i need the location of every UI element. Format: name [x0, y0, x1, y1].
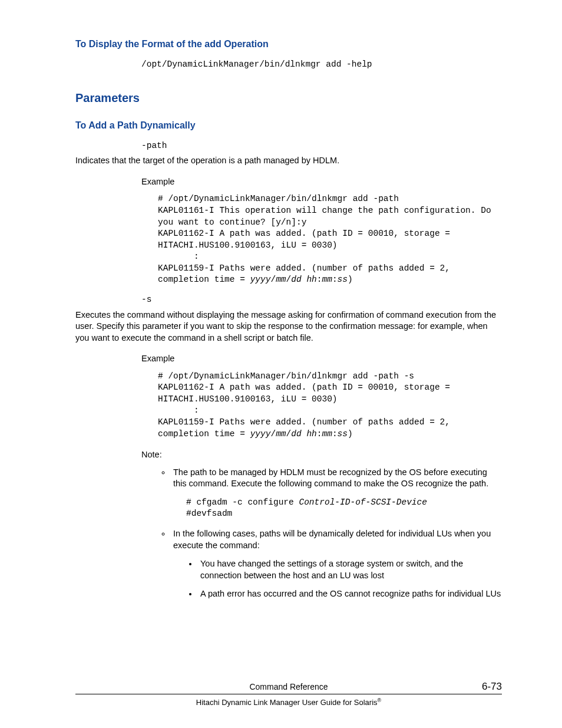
ex2-sep1: /: [270, 429, 276, 439]
ex1-mm1: mm: [276, 275, 286, 284]
note1-code-a: # cfgadm -c configure: [186, 498, 299, 507]
note-item-1: The path to be managed by HDLM must be r…: [171, 467, 502, 520]
note-list: The path to be managed by HDLM must be r…: [158, 467, 502, 600]
ex2-line3: :: [158, 406, 199, 415]
ex1-line4: :: [158, 252, 199, 261]
ex2-yyyy: yyyy: [250, 429, 271, 439]
term-s: -s: [141, 294, 502, 306]
footer-guide-title: Hitachi Dynamic Link Manager User Guide …: [75, 697, 502, 708]
footer-guide-text: Hitachi Dynamic Link Manager User Guide …: [196, 698, 378, 707]
ex2-end: ): [348, 429, 353, 439]
note-label: Note:: [141, 449, 502, 461]
note-1-code: # cfgadm -c configure Control-ID-of-SCSI…: [186, 497, 502, 520]
ex2-ss: ss: [338, 429, 348, 439]
heading-parameters: Parameters: [75, 90, 502, 106]
note-2-sub-1: You have changed the settings of a stora…: [198, 558, 502, 581]
ex2-hh: hh: [306, 429, 316, 439]
ex1-line1: # /opt/DynamicLinkManager/bin/dlnkmgr ad…: [158, 194, 399, 203]
ex2-line2: KAPL01162-I A path was added. (path ID =…: [158, 383, 455, 404]
example-2-code: # /opt/DynamicLinkManager/bin/dlnkmgr ad…: [158, 371, 502, 440]
note-2-sub-2: A path error has occurred and the OS can…: [198, 588, 502, 600]
ex1-dd: dd: [291, 275, 301, 284]
code-help-command: /opt/DynamicLinkManager/bin/dlnkmgr add …: [141, 59, 502, 71]
heading-format: To Display the Format of the add Operati…: [75, 38, 502, 51]
page-number: 6-73: [482, 680, 502, 694]
note-2-text: In the following cases, paths will be dy…: [173, 529, 491, 550]
ex2-mm1: mm: [276, 429, 286, 439]
note1-code-b: Control-ID-of-SCSI-Device: [299, 498, 427, 507]
desc-path: Indicates that the target of the operati…: [75, 155, 502, 167]
note1-code-c: #devfsadm: [186, 509, 232, 518]
note-1-text: The path to be managed by HDLM must be r…: [173, 467, 488, 489]
page: To Display the Format of the add Operati…: [0, 0, 562, 728]
footer-section-title: Command Reference: [75, 681, 502, 693]
ex2-line1: # /opt/DynamicLinkManager/bin/dlnkmgr ad…: [158, 371, 414, 381]
example-1-code: # /opt/DynamicLinkManager/bin/dlnkmgr ad…: [158, 193, 502, 286]
ex1-sep2: /: [286, 275, 292, 284]
note-item-2: In the following cases, paths will be dy…: [171, 528, 502, 600]
ex1-hh: hh: [306, 275, 316, 284]
ex1-sep4: :: [332, 275, 338, 284]
ex1-line2: KAPL01161-I This operation will change t…: [158, 206, 496, 227]
example-label-2: Example: [141, 353, 502, 365]
example-label-1: Example: [141, 176, 502, 188]
ex2-mm2: mm: [322, 429, 332, 439]
ex1-ss: ss: [338, 275, 348, 284]
note-2-sublist: You have changed the settings of a stora…: [185, 558, 502, 600]
ex1-end: ): [348, 275, 353, 284]
registered-mark: ®: [378, 697, 382, 703]
ex1-line3: KAPL01162-I A path was added. (path ID =…: [158, 229, 455, 250]
ex2-sep2: /: [286, 429, 292, 439]
page-footer: Command Reference 6-73 Hitachi Dynamic L…: [75, 681, 502, 708]
ex2-sep4: :: [332, 429, 338, 439]
desc-s: Executes the command without displaying …: [75, 309, 502, 344]
ex1-yyyy: yyyy: [250, 275, 271, 284]
ex2-dd: dd: [291, 429, 301, 439]
term-path: -path: [141, 140, 502, 152]
ex1-mm2: mm: [322, 275, 332, 284]
ex1-sep1: /: [270, 275, 276, 284]
heading-add-path: To Add a Path Dynamically: [75, 119, 502, 132]
